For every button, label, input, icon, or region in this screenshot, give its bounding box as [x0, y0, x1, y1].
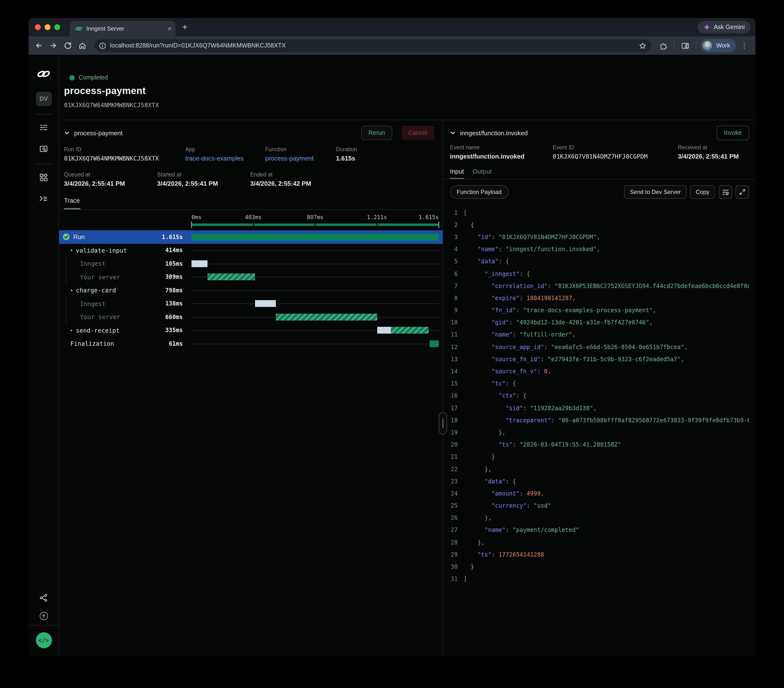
span-bar-solid[interactable]: [191, 234, 439, 240]
minimize-window-button[interactable]: [44, 24, 50, 30]
extensions-icon[interactable]: [657, 39, 670, 52]
url-bar[interactable]: localhost:8288/run?runID=01KJX6Q7W64NMKM…: [94, 39, 651, 52]
payload-code-editor[interactable]: 1[2 {3 "id": "01KJX6Q7V81N4DMZ7HFJ0CGPDM…: [450, 207, 749, 585]
expand-triangle-icon[interactable]: ▸: [70, 328, 73, 333]
code-line: 24 "amount": 4999,: [450, 487, 729, 500]
line-number: 4: [450, 246, 458, 253]
line-number: 27: [450, 527, 458, 533]
expand-icon[interactable]: [736, 185, 749, 199]
span-bar-queue[interactable]: [191, 260, 208, 267]
new-tab-button[interactable]: +: [182, 23, 188, 31]
code-line-text: "id": "01KJX6Q7V81N4DMZ7HFJ0CGPDM",: [463, 234, 600, 240]
event-header[interactable]: inngest/function.invoked Invoke: [450, 120, 749, 141]
trace-minimap[interactable]: [191, 222, 439, 228]
collapse-triangle-icon[interactable]: ▾: [70, 248, 73, 253]
span-bar-queue[interactable]: [377, 327, 390, 334]
trace-row[interactable]: ▾validate-input414ms: [59, 244, 443, 257]
help-icon[interactable]: ?: [40, 612, 48, 620]
chevron-down-icon[interactable]: [64, 130, 70, 136]
back-icon[interactable]: [33, 39, 45, 52]
chevron-down-icon[interactable]: [450, 130, 456, 136]
span-bar-exec[interactable]: [390, 327, 429, 334]
bookmark-star-icon[interactable]: [639, 42, 646, 49]
tab-trace[interactable]: Trace: [64, 196, 443, 209]
field-label: Event name: [450, 145, 553, 150]
invoke-button[interactable]: Invoke: [716, 125, 749, 140]
code-line-text: }: [463, 454, 495, 460]
rerun-button[interactable]: Rerun: [361, 125, 392, 140]
close-window-button[interactable]: [35, 24, 41, 30]
dev-console-icon[interactable]: [35, 191, 52, 206]
span-bar-exec[interactable]: [276, 314, 377, 321]
event-pane: inngest/function.invoked Invoke Event na…: [443, 120, 755, 656]
app-badge-dv[interactable]: DV: [36, 92, 52, 106]
line-number: 13: [450, 356, 458, 363]
code-line: 21 }: [450, 451, 729, 463]
code-line: 1[: [450, 207, 729, 219]
app-link[interactable]: trace-docs-examples: [185, 155, 265, 162]
share-feedback-icon[interactable]: [35, 591, 52, 605]
profile-button[interactable]: Work: [701, 39, 736, 53]
run-id-value: 01KJX6Q7W64NMKMWBNKCJ58XTX: [64, 155, 185, 162]
trace-row[interactable]: Your server309ms: [59, 270, 443, 284]
side-panel-search-icon[interactable]: [679, 39, 692, 52]
tabs-border: [443, 179, 755, 179]
copy-button[interactable]: Copy: [690, 185, 715, 199]
code-line-text: "gid": "4924bd12-13de-4201-a31e-fb7f427e…: [463, 319, 652, 326]
line-number: 20: [450, 441, 458, 448]
url-text[interactable]: localhost:8288/run?runID=01KJX6Q7W64NMKM…: [110, 42, 635, 49]
browser-window: Inngest Server × + Ask Gemini: [29, 18, 755, 656]
trace-row[interactable]: ▾charge-card798ms: [59, 284, 443, 297]
line-number: 24: [450, 490, 458, 497]
span-bar-solid[interactable]: [429, 341, 439, 347]
apps-icon[interactable]: [35, 170, 52, 185]
trace-row-duration: 1.615s: [139, 234, 183, 240]
dev-tools-fab-button[interactable]: </>: [36, 632, 52, 648]
tab-close-icon[interactable]: ×: [168, 25, 171, 32]
trace-row-track: [191, 337, 439, 350]
trace-row-track: [191, 324, 439, 337]
tab-input[interactable]: Input: [450, 168, 464, 179]
page-run-id: 01KJX6Q7W64NMKMWBNKCJ58XTX: [64, 101, 755, 109]
span-bar-exec[interactable]: [208, 274, 255, 280]
trace-row[interactable]: Finalization61ms: [59, 337, 443, 350]
send-to-dev-server-button[interactable]: Send to Dev Server: [624, 185, 687, 199]
code-line-text: "data": {: [463, 478, 516, 485]
sidebar-bottom-divider: [29, 625, 59, 625]
code-line-text: [: [463, 209, 467, 216]
axis-tick-label: 1.211s: [367, 214, 387, 221]
code-line: 14 "source_fn_v": 0,: [450, 365, 729, 377]
maximize-window-button[interactable]: [54, 24, 60, 30]
pane-resize-handle[interactable]: [439, 412, 447, 435]
trace-row[interactable]: ▸send-receipt335ms: [59, 324, 443, 337]
line-number: 21: [450, 454, 458, 460]
trace-row-name: Inngest: [59, 297, 139, 310]
site-info-icon[interactable]: [99, 42, 106, 49]
collapse-triangle-icon[interactable]: ▾: [70, 288, 73, 293]
code-line: 3 "id": "01KJX6Q7V81N4DMZ7HFJ0CGPDM",: [450, 231, 729, 243]
tab-output[interactable]: Output: [473, 168, 492, 179]
browser-menu-kebab-icon[interactable]: ⋮: [738, 39, 751, 52]
span-bar-queue[interactable]: [255, 300, 276, 307]
event-search-icon[interactable]: [35, 142, 52, 156]
trace-row-label: Your server: [80, 313, 120, 321]
desktop: Inngest Server × + Ask Gemini: [0, 0, 784, 688]
run-card-header[interactable]: process-payment Rerun Cancel: [59, 120, 443, 141]
function-link[interactable]: process-payment: [265, 155, 336, 162]
function-payload-pill[interactable]: Function Payload: [450, 185, 508, 199]
trace-row-label: Finalization: [70, 340, 114, 347]
trace-row[interactable]: Run1.615s: [59, 230, 443, 244]
trace-row[interactable]: Inngest105ms: [59, 257, 443, 270]
word-wrap-icon[interactable]: [718, 185, 732, 199]
reload-icon[interactable]: [62, 39, 74, 52]
runs-list-icon[interactable]: [35, 120, 52, 135]
ask-gemini-button[interactable]: Ask Gemini: [698, 21, 751, 33]
status-badge: Completed: [79, 74, 108, 81]
trace-row[interactable]: Your server660ms: [59, 310, 443, 324]
browser-tab[interactable]: Inngest Server ×: [70, 21, 176, 36]
home-icon[interactable]: [76, 39, 89, 52]
line-number: 3: [450, 234, 458, 240]
forward-icon[interactable]: [47, 39, 59, 52]
trace-row[interactable]: Inngest138ms: [59, 297, 443, 310]
inngest-logo-icon[interactable]: [35, 66, 52, 81]
